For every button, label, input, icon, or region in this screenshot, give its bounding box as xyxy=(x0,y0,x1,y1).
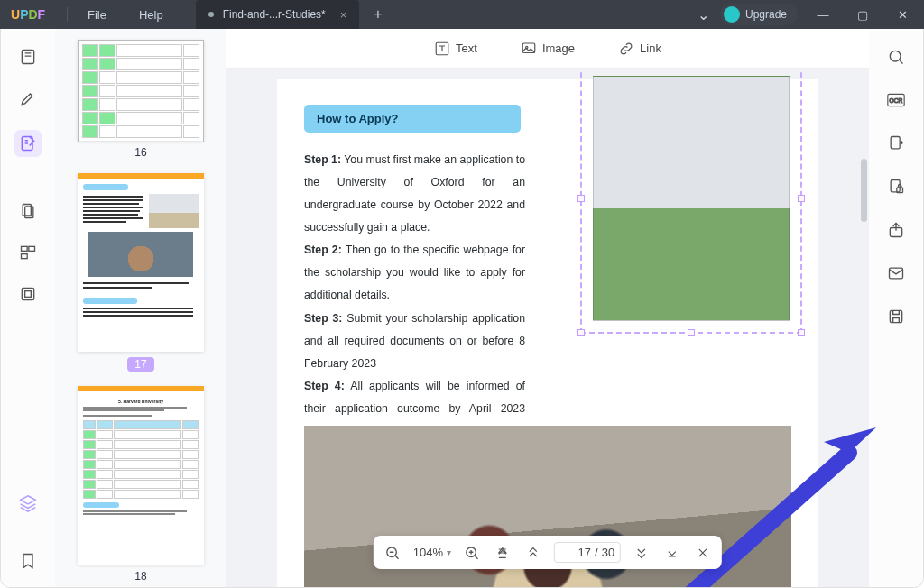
tool-label: Text xyxy=(456,41,477,55)
next-page-button[interactable] xyxy=(632,543,651,563)
tool-image-button[interactable]: Image xyxy=(521,41,575,57)
share-icon[interactable] xyxy=(886,220,906,240)
thumb-label: 16 xyxy=(134,146,146,159)
edit-toolbar: Text Image Link xyxy=(226,29,869,69)
svg-rect-4 xyxy=(22,246,28,251)
resize-handle[interactable] xyxy=(578,329,585,336)
thumb-label: 18 xyxy=(134,570,146,583)
thumbnail-17[interactable]: 17 xyxy=(71,173,210,372)
app-logo: UPDF xyxy=(0,7,63,22)
thumb-label: 17 xyxy=(127,357,153,372)
tool-label: Image xyxy=(542,41,575,55)
document-tab[interactable]: Find-and-...r-Studies* × xyxy=(196,0,360,29)
last-page-button[interactable] xyxy=(662,543,682,563)
highlight-icon[interactable] xyxy=(18,88,38,108)
right-sidebar: OCR xyxy=(869,29,923,587)
tab-title: Find-and-...r-Studies* xyxy=(223,8,326,21)
export-icon[interactable] xyxy=(886,133,906,153)
svg-rect-6 xyxy=(22,254,28,259)
svg-rect-5 xyxy=(29,246,35,251)
thumbnails-panel[interactable]: 16 xyxy=(55,29,226,587)
crop-icon[interactable] xyxy=(18,284,38,304)
email-icon[interactable] xyxy=(886,263,906,283)
image-icon xyxy=(521,41,537,57)
document-scroll[interactable]: How to Apply? Step 1: You must first mak… xyxy=(226,69,869,587)
pdf-page[interactable]: How to Apply? Step 1: You must first mak… xyxy=(277,79,818,587)
heading-pill: How to Apply? xyxy=(304,105,521,133)
zoom-value: 104% xyxy=(413,546,443,559)
edit-icon[interactable] xyxy=(14,130,42,157)
page-input-group: / 30 xyxy=(554,542,621,563)
tool-label: Link xyxy=(640,41,661,55)
user-avatar-icon xyxy=(724,6,740,23)
tab-modified-dot xyxy=(208,12,214,17)
close-toolbar-button[interactable] xyxy=(693,543,713,563)
organize-icon[interactable] xyxy=(18,243,38,262)
page-icon[interactable] xyxy=(18,201,38,221)
zoom-select[interactable]: 104% ▾ xyxy=(413,546,451,559)
svg-point-15 xyxy=(890,51,901,61)
selection-frame[interactable] xyxy=(580,69,802,334)
search-icon[interactable] xyxy=(886,47,906,67)
layers-icon[interactable] xyxy=(18,493,38,513)
chevron-down-icon: ▾ xyxy=(447,547,451,557)
zoom-out-button[interactable] xyxy=(383,543,402,563)
scrollbar-thumb[interactable] xyxy=(861,159,867,222)
app-body: 16 xyxy=(0,29,924,588)
svg-rect-0 xyxy=(22,51,33,64)
titlebar: UPDF File Help Find-and-...r-Studies* × … xyxy=(0,0,924,29)
document-area: Text Image Link How to Apply? Step 1: Yo… xyxy=(226,29,869,587)
window-minimize-button[interactable]: — xyxy=(808,8,837,22)
svg-rect-23 xyxy=(890,310,901,322)
tab-dropdown-icon[interactable]: ⌄ xyxy=(698,6,709,23)
body-text: Step 1: You must first make an applicati… xyxy=(304,149,525,443)
thumbnail-18[interactable]: 5. Harvard University xyxy=(71,386,210,583)
left-sidebar xyxy=(1,29,55,587)
prev-page-button[interactable] xyxy=(523,543,543,563)
resize-handle[interactable] xyxy=(798,195,805,202)
save-icon[interactable] xyxy=(886,307,906,326)
ocr-icon[interactable]: OCR xyxy=(886,90,906,110)
reader-icon[interactable] xyxy=(18,47,38,67)
menu-help[interactable]: Help xyxy=(123,8,180,22)
menu-file[interactable]: File xyxy=(71,8,123,22)
resize-handle[interactable] xyxy=(798,329,805,336)
page-number-input[interactable] xyxy=(560,546,591,559)
svg-text:OCR: OCR xyxy=(890,97,903,104)
window-close-button[interactable]: ✕ xyxy=(888,8,917,22)
upgrade-label: Upgrade xyxy=(745,8,787,21)
tab-close-icon[interactable]: × xyxy=(340,8,347,22)
svg-rect-22 xyxy=(890,268,903,279)
text-icon xyxy=(434,41,450,57)
tool-text-button[interactable]: Text xyxy=(434,41,477,57)
resize-handle[interactable] xyxy=(578,195,585,202)
first-page-button[interactable] xyxy=(493,543,513,563)
resize-handle[interactable] xyxy=(688,329,695,336)
svg-rect-18 xyxy=(891,137,900,149)
page-total: 30 xyxy=(602,546,614,559)
add-tab-button[interactable]: + xyxy=(374,6,382,23)
link-icon xyxy=(618,41,634,57)
zoom-nav-bar: 104% ▾ / 30 xyxy=(374,536,722,569)
bookmark-icon[interactable] xyxy=(18,551,38,571)
thumbnail-16[interactable]: 16 xyxy=(71,40,210,159)
tool-link-button[interactable]: Link xyxy=(618,41,661,57)
svg-rect-8 xyxy=(25,291,32,298)
zoom-in-button[interactable] xyxy=(462,543,482,563)
svg-rect-7 xyxy=(22,288,33,299)
window-maximize-button[interactable]: ▢ xyxy=(848,8,877,22)
protect-icon[interactable] xyxy=(886,177,906,197)
upgrade-button[interactable]: Upgrade xyxy=(720,4,798,25)
